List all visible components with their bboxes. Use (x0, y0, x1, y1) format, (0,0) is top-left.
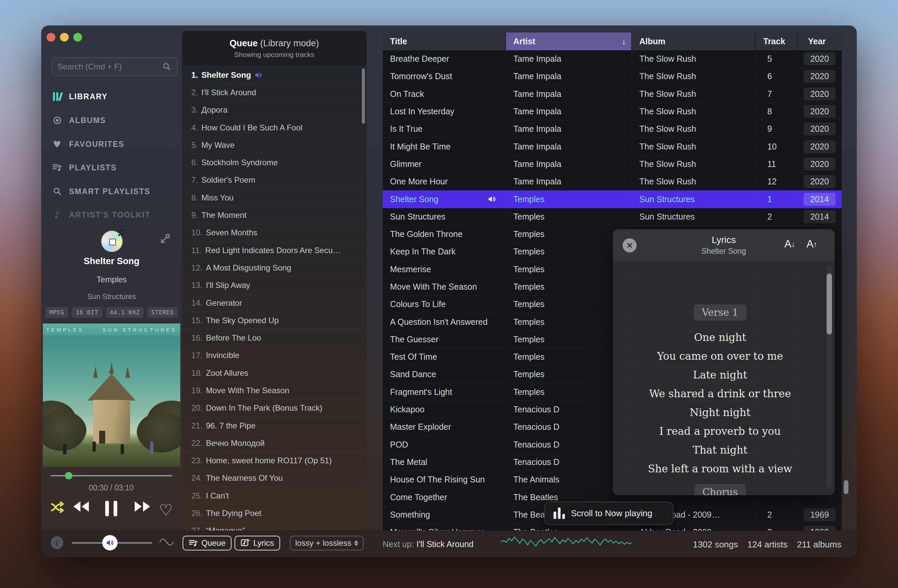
sidebar-item-albums[interactable]: ALBUMS (52, 112, 175, 128)
scroll-to-now-playing-button[interactable]: Scroll to Now playing (544, 502, 674, 525)
shuffle-button[interactable] (50, 501, 66, 514)
format-badge: 16 BIT (72, 307, 102, 318)
format-badge: MPEG (45, 307, 68, 318)
queue-item[interactable]: 22.Вечно Молодой (182, 434, 367, 452)
sidebar-item-playlists[interactable]: PLAYLISTS (52, 160, 175, 175)
progress-knob[interactable] (65, 472, 72, 479)
favourite-button[interactable]: ♡ (158, 501, 174, 519)
queue-item[interactable]: 15.The Sky Opened Up (182, 312, 367, 329)
album-art-artist-text: TEMPLES (46, 327, 84, 332)
table-row[interactable]: GlimmerTame ImpalaThe Slow Rush112020 (383, 155, 842, 173)
table-row[interactable]: Tomorrow's DustTame ImpalaThe Slow Rush6… (383, 68, 842, 85)
queue-scrollbar[interactable] (362, 68, 365, 124)
table-row[interactable]: It Might Be TimeTame ImpalaThe Slow Rush… (383, 138, 842, 155)
expand-player-icon[interactable] (159, 233, 171, 245)
queue-item[interactable]: 16.Before The Loo (182, 329, 367, 346)
info-icon[interactable]: i (51, 536, 63, 549)
cell-year: 2020 (798, 173, 842, 190)
library-stats: 1302 songs 124 artists 211 albums (693, 539, 841, 550)
table-scrollbar[interactable] (844, 480, 849, 494)
queue-item[interactable]: 7.Soldier's Poem (182, 172, 367, 189)
lyrics-scrollbar[interactable] (827, 274, 832, 334)
queue-item[interactable]: 13.I'll Slip Away (182, 277, 367, 294)
cell-year: 2020 (798, 138, 842, 155)
cell-track: 10 (756, 138, 798, 155)
pause-button[interactable] (103, 501, 120, 516)
close-icon[interactable]: × (623, 239, 637, 252)
queue-item[interactable]: 9.The Moment (182, 206, 367, 224)
cell-title: Sun Structures (383, 208, 506, 225)
cell-artist: Tame Impala (506, 173, 632, 190)
cell-album: The Slow Rush (632, 138, 756, 155)
table-row[interactable]: On TrackTame ImpalaThe Slow Rush72020 (383, 86, 842, 103)
column-header-album[interactable]: Album (632, 32, 756, 50)
queue-item[interactable]: 18.Zoot Allures (182, 365, 367, 382)
speaker-icon (254, 71, 262, 79)
queue-item[interactable]: 23.Home, sweet home RO117 (Op 51) (182, 452, 367, 469)
queue-item[interactable]: 5.My Wave (182, 137, 367, 154)
queue-item[interactable]: 3.Дорога (182, 102, 367, 119)
cell-title: Keep In The Dark (383, 243, 506, 260)
queue-item[interactable]: 4.How Could I Be Such A Fool (182, 119, 367, 137)
queue-item[interactable]: 25.I Can't (182, 487, 367, 505)
lyrics-line: Night night (690, 403, 750, 422)
next-up-label: Next up:I'll Stick Around (383, 539, 474, 549)
minimize-window-button[interactable] (60, 33, 69, 42)
queue-item[interactable]: 12.A Most Disgusting Song (182, 259, 367, 277)
queue-item[interactable]: 2.I'll Stick Around (182, 84, 367, 101)
format-filter-select[interactable]: lossy + lossless (290, 536, 364, 551)
queue-item[interactable]: 19.Move With The Season (182, 382, 367, 399)
sidebar-item-smart-playlists[interactable]: SMART PLAYLISTS (52, 184, 175, 199)
queue-item[interactable]: 14.Generator (182, 294, 367, 312)
queue-item[interactable]: 26.The Dying Poet (182, 505, 367, 522)
queue-item[interactable]: 10.Seven Months (182, 224, 367, 242)
year-badge: 2020 (804, 70, 836, 83)
sidebar-item-favourites[interactable]: ♥ FAVOURITES (52, 137, 175, 152)
progress-slider[interactable] (50, 475, 172, 476)
queue-item[interactable]: 21.96. 7 the Pipe (182, 417, 367, 434)
next-track-button[interactable] (134, 501, 151, 512)
cell-title: Is It True (383, 120, 506, 137)
queue-item[interactable]: 17.Invincible (182, 347, 367, 365)
column-header-track[interactable]: Track (756, 32, 798, 50)
cell-artist: Temples (506, 191, 632, 208)
close-window-button[interactable] (46, 33, 55, 42)
font-size-decrease-button[interactable]: A↓ (784, 238, 795, 250)
font-size-increase-button[interactable]: A↑ (807, 238, 817, 250)
music-note-icon: ♪ (52, 209, 63, 220)
volume-knob[interactable] (102, 535, 118, 551)
queue-item[interactable]: 27.“Managua” (182, 522, 367, 531)
previous-track-button[interactable] (72, 501, 90, 512)
cell-year: 2014 (798, 208, 842, 225)
year-badge: 2020 (804, 122, 836, 135)
queue-item[interactable]: 24.The Nearness Of You (182, 469, 367, 487)
sidebar-item-artists-toolkit[interactable]: ♪ ARTIST'S TOOLKIT (52, 207, 175, 223)
table-row[interactable]: Shelter SongTemplesSun Structures12014 (383, 191, 842, 208)
lyrics-toggle-button[interactable]: Lyrics (235, 536, 280, 551)
search-input[interactable]: Search (Cmd + F) (52, 57, 178, 76)
table-header: Title Artist↓ Album Track Year (383, 32, 842, 50)
sidebar-item-library[interactable]: LIBRARY (52, 89, 175, 104)
column-header-artist[interactable]: Artist↓ (506, 32, 632, 50)
table-row[interactable]: Is It TrueTame ImpalaThe Slow Rush92020 (383, 120, 842, 138)
app-window: Search (Cmd + F) LIBRARY ALBUMS ♥ FAVOUR… (41, 26, 857, 557)
table-row[interactable]: Sun StructuresTemplesSun Structures22014 (383, 208, 842, 226)
column-header-year[interactable]: Year (798, 32, 842, 50)
table-row[interactable]: One More HourTame ImpalaThe Slow Rush122… (383, 173, 842, 191)
queue-toggle-button[interactable]: Queue (183, 536, 232, 551)
queue-item[interactable]: 11.Red Light Indicates Doors Are Secu… (182, 242, 367, 259)
sine-wave-icon[interactable] (159, 538, 174, 546)
zoom-window-button[interactable] (73, 33, 82, 42)
table-row[interactable]: Breathe DeeperTame ImpalaThe Slow Rush52… (383, 50, 842, 68)
cell-title: Lost In Yesterday (383, 103, 506, 120)
queue-item[interactable]: 20.Down In The Park (Bonus Track) (182, 400, 367, 417)
queue-item[interactable]: 6.Stockholm Syndrome (182, 154, 367, 171)
lyrics-note-icon (241, 539, 250, 548)
lyrics-line: She left a room with a view (648, 459, 792, 478)
queue-item[interactable]: 8.Miss You (182, 189, 367, 206)
cell-track: 2 (756, 506, 798, 523)
column-header-title[interactable]: Title (383, 32, 506, 50)
table-row[interactable]: Lost In YesterdayTame ImpalaThe Slow Rus… (383, 103, 842, 120)
queue-item[interactable]: 1.Shelter Song (182, 66, 367, 84)
magnifier-icon (52, 187, 63, 196)
